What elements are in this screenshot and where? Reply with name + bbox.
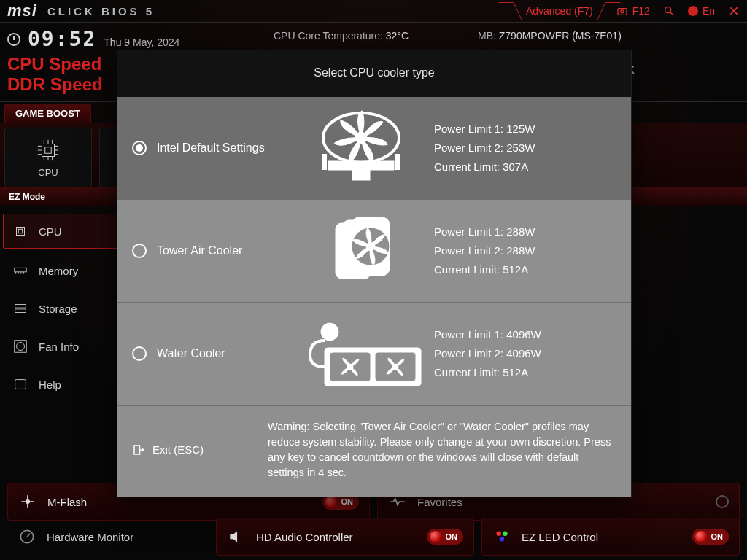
option-label: Intel Default Settings — [157, 141, 288, 155]
svg-rect-47 — [352, 170, 370, 180]
advanced-mode-button[interactable]: Advanced (F7) — [516, 2, 603, 20]
svg-point-42 — [503, 531, 508, 536]
option-spec: Current Limit: 512A — [434, 363, 541, 382]
search-icon — [663, 5, 675, 17]
svg-point-41 — [496, 531, 501, 536]
screenshot-button[interactable]: F12 — [616, 5, 650, 17]
mflash-label: M-Flash — [47, 496, 87, 508]
svg-line-3 — [670, 12, 673, 15]
cpu-card[interactable]: CPU — [4, 128, 92, 187]
speaker-icon — [227, 527, 246, 546]
cooler-option-intel-default[interactable]: Intel Default Settings — [117, 97, 631, 200]
led-dot-icon — [430, 531, 441, 542]
hwmon-label: Hardware Monitor — [47, 531, 133, 543]
option-spec: Power Limit 1: 288W — [434, 222, 535, 241]
bottom-bar-2: Hardware Monitor HD Audio Controller ON … — [7, 518, 740, 556]
on-toggle[interactable]: ON — [427, 529, 464, 545]
game-boost-tab[interactable]: GAME BOOST — [4, 104, 91, 122]
memory-stick-icon — [12, 262, 28, 279]
favorites-label: Favorites — [417, 496, 462, 508]
svg-rect-28 — [15, 268, 27, 272]
radio-icon — [132, 244, 147, 258]
sidebar-item-cpu[interactable]: CPU — [3, 214, 136, 249]
brand-logo: msi — [7, 1, 37, 20]
svg-point-43 — [500, 537, 505, 542]
modal-warning: Warning: Selecting "Tower Air Cooler" or… — [268, 419, 616, 481]
cpu-icon — [12, 223, 28, 239]
sidebar-item-label: CPU — [39, 225, 62, 238]
ez-led-button[interactable]: EZ LED Control ON — [481, 518, 740, 556]
option-spec: Power Limit 2: 288W — [434, 241, 535, 260]
svg-point-1 — [621, 10, 624, 13]
svg-rect-6 — [42, 144, 55, 156]
cpu-cooler-modal: Select CPU cooler type Intel Default Set… — [117, 50, 632, 497]
option-spec: Current Limit: 307A — [434, 158, 535, 176]
off-toggle[interactable] — [716, 495, 729, 508]
option-label: Water Cooler — [157, 347, 288, 360]
clock-date: Thu 9 May, 2024 — [104, 36, 179, 48]
svg-line-40 — [27, 534, 30, 537]
search-button[interactable] — [663, 5, 675, 17]
clock-icon — [7, 33, 20, 46]
flash-icon — [18, 492, 37, 511]
led-dot-icon — [325, 496, 337, 508]
sidebar-item-label: Storage — [39, 303, 77, 315]
svg-rect-26 — [17, 228, 25, 236]
svg-point-36 — [17, 343, 25, 351]
radio-icon — [132, 346, 147, 361]
sidebar-item-label: Memory — [39, 265, 78, 277]
hotkey-icon — [12, 376, 28, 392]
cpu-chip-icon — [36, 138, 61, 163]
led-dot-icon — [695, 531, 707, 542]
fan-icon — [12, 338, 28, 354]
close-icon — [728, 5, 740, 17]
hardware-monitor-button[interactable]: Hardware Monitor — [7, 518, 209, 556]
globe-icon — [688, 6, 698, 16]
radio-selected-icon — [132, 141, 147, 155]
tower-cooler-icon — [288, 216, 434, 286]
svg-rect-27 — [18, 229, 23, 233]
on-toggle[interactable]: ON — [692, 529, 729, 545]
svg-rect-0 — [618, 9, 627, 15]
storage-icon — [12, 300, 28, 316]
audio-label: HD Audio Controller — [256, 531, 353, 543]
svg-rect-34 — [15, 309, 26, 313]
svg-point-2 — [665, 7, 671, 13]
cpu-card-label: CPU — [38, 167, 58, 178]
svg-rect-46 — [328, 161, 394, 170]
gauge-icon — [18, 527, 36, 546]
exit-label: Exit (ESC) — [152, 443, 204, 456]
product-name: CLICK BIOS 5 — [47, 5, 155, 18]
svg-point-38 — [26, 500, 29, 503]
option-label: Tower Air Cooler — [157, 244, 288, 257]
option-spec: Power Limit 2: 253W — [434, 139, 535, 158]
top-bar: msi CLICK BIOS 5 Advanced (F7) F12 En — [0, 0, 747, 22]
close-button[interactable] — [728, 5, 740, 17]
svg-rect-7 — [45, 147, 52, 153]
water-cooler-icon — [288, 319, 434, 389]
clock-time: 09:52 — [28, 27, 96, 51]
svg-rect-69 — [134, 446, 140, 454]
svg-point-63 — [321, 323, 338, 341]
language-button[interactable]: En — [688, 5, 715, 17]
svg-rect-37 — [15, 380, 26, 389]
option-spec: Power Limit 1: 4096W — [434, 325, 541, 344]
sidebar-item-label: Help — [39, 378, 61, 391]
rgb-led-icon — [492, 527, 511, 546]
modal-title: Select CPU cooler type — [117, 50, 631, 97]
option-spec: Power Limit 2: 4096W — [434, 344, 541, 363]
ezled-label: EZ LED Control — [522, 531, 598, 543]
exit-button[interactable]: Exit (ESC) — [132, 419, 249, 481]
sidebar-item-label: Fan Info — [39, 341, 79, 353]
exit-icon — [132, 443, 145, 456]
svg-rect-33 — [15, 305, 26, 308]
audio-controller-button[interactable]: HD Audio Controller ON — [216, 518, 474, 556]
option-spec: Power Limit 1: 125W — [434, 120, 535, 139]
cooler-option-water[interactable]: Water Cooler — [117, 303, 631, 405]
option-spec: Current Limit: 512A — [434, 260, 535, 279]
cooler-option-tower-air[interactable]: Tower Air Cooler — [117, 200, 631, 303]
boxed-cooler-icon — [288, 110, 434, 186]
